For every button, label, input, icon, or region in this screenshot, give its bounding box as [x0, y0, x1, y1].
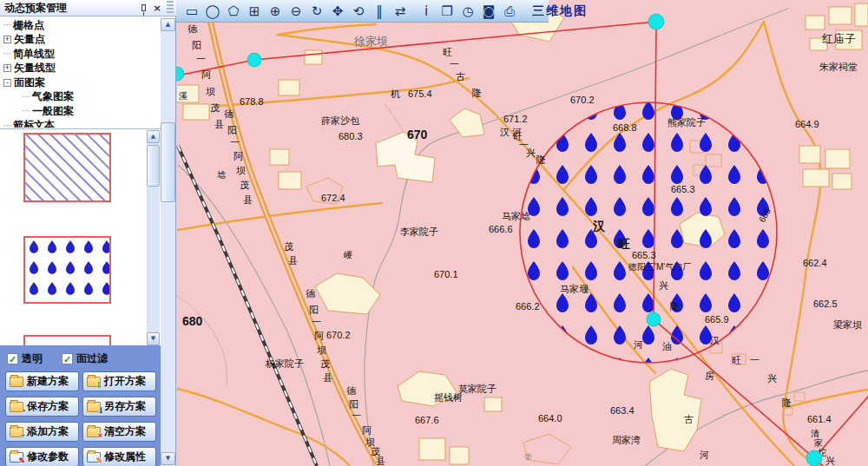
saveas-plan-button[interactable]: ℹ另存方案 — [82, 397, 156, 417]
swap-icon[interactable]: ⇄ — [390, 2, 411, 21]
tree-item[interactable]: ···箭标文本 — [0, 119, 146, 128]
map-label: 德 — [224, 108, 234, 119]
map-label: 徐家坝 — [354, 35, 388, 48]
tree-item-label: 矢量点 — [14, 32, 45, 47]
edit-params-button[interactable]: ✎修改参数 — [5, 447, 79, 466]
map-label: 隆 — [472, 88, 482, 98]
pause-icon[interactable]: ‖ — [369, 2, 390, 21]
map-label: 马家堰 — [560, 284, 589, 294]
map-label: 668.8 — [613, 122, 637, 133]
pin-icon[interactable] — [137, 2, 149, 14]
raindrop-pattern-swatch[interactable] — [23, 236, 111, 304]
map-label: 阳 — [309, 305, 319, 315]
map-label: 埝 — [217, 170, 227, 180]
grid-icon[interactable]: ⊞ — [244, 2, 265, 21]
map-label: 一 — [352, 410, 361, 421]
info-icon[interactable]: i — [416, 2, 437, 21]
badge-glyph: ▪ — [23, 406, 25, 415]
tree-item[interactable]: +矢量线型 — [0, 62, 146, 76]
button-label: 保存方案 — [27, 399, 69, 414]
badge-glyph: ✎ — [18, 456, 25, 465]
partial-swatch[interactable] — [23, 335, 111, 345]
edit-props-button[interactable]: ✎修改属性 — [82, 447, 156, 466]
tree-connector: ··· — [23, 93, 30, 102]
map-toolbar: ▭◯⬠⊞⊕⊖↻✥⟲‖⇄ i❐◷◙⎙ 三维地图 — [176, 0, 549, 23]
badge-glyph: ℹ — [100, 406, 102, 415]
map-label: 马家埝 — [502, 211, 530, 221]
scroll-down-button[interactable]: ▼ — [161, 452, 175, 465]
tree-item[interactable]: ···栅格点 — [0, 18, 146, 33]
map-label: 阳 — [192, 40, 201, 50]
map-label: 680.3 — [339, 131, 363, 141]
pan-icon[interactable]: ✥ — [327, 2, 348, 21]
map-3d-button[interactable]: 三维地图 — [525, 3, 595, 20]
add-plan-button[interactable]: +添加方案 — [5, 422, 79, 442]
new-plan-icon — [10, 377, 23, 387]
option-checkbox[interactable]: ✓透明 — [7, 351, 43, 366]
map-canvas[interactable]: 徐家坝红庙子朱家祠堂机675.4678.8薛家沙包680.3670680671.… — [176, 0, 868, 466]
plan-options-panel: ✓透明✓面过滤 新建方案⇩打开方案▪保存方案ℹ另存方案+添加方案×清空方案✎修改… — [0, 345, 161, 466]
map-label: 古 — [456, 71, 465, 82]
checkbox-label: 面过滤 — [76, 351, 108, 366]
map-label: 隆 — [536, 154, 546, 165]
diagonal-hatch-swatch[interactable] — [23, 133, 111, 202]
measure-area-icon[interactable]: ⬠ — [223, 2, 244, 21]
new-plan-button[interactable]: 新建方案 — [5, 371, 79, 391]
zoom-in-icon[interactable]: ⊕ — [265, 2, 286, 21]
checkbox-check-icon[interactable]: ✓ — [62, 353, 73, 364]
map-label: 兴 — [767, 373, 777, 384]
map-label: 664.9 — [795, 119, 819, 129]
scroll-up-button[interactable]: ▲ — [161, 18, 175, 31]
tree-item[interactable]: -面图案 — [0, 75, 146, 90]
scroll-up-button[interactable]: ▲ — [147, 130, 160, 143]
map-label: 671.2 — [503, 114, 528, 124]
panel-title: 动态预案管理 — [4, 1, 135, 16]
zoom-previous-icon[interactable]: ⟲ — [348, 2, 369, 21]
clear-plan-button[interactable]: ×清空方案 — [82, 422, 156, 442]
tree-item[interactable]: ···气象图案 — [0, 90, 146, 105]
snapshot-icon[interactable]: ◙ — [478, 2, 499, 21]
refresh-icon[interactable]: ↻ — [306, 2, 327, 21]
measure-circle-icon[interactable]: ◯ — [202, 2, 223, 21]
expander-icon[interactable]: + — [3, 36, 11, 43]
timer-icon[interactable]: ◷ — [457, 2, 478, 21]
map-label: 670.2 — [326, 330, 351, 340]
measure-distance-icon[interactable]: ▭ — [181, 2, 202, 21]
scroll-thumb[interactable] — [147, 145, 160, 187]
close-icon[interactable]: × — [151, 2, 163, 14]
map-label: 隆 — [782, 397, 792, 408]
export-icon[interactable]: ❐ — [437, 2, 457, 21]
expander-icon[interactable]: + — [3, 64, 11, 72]
tree-item[interactable]: +矢量点 — [0, 33, 146, 48]
tree-item-label: 气象图案 — [32, 89, 74, 104]
tree-item[interactable]: ···简单线型 — [0, 47, 146, 62]
print-icon[interactable]: ⎙ — [499, 2, 520, 21]
checkbox-check-icon[interactable]: ✓ — [7, 353, 18, 364]
map-label: 莫家院子 — [458, 384, 496, 394]
tree-item[interactable]: ···一般图案 — [0, 104, 146, 119]
map-label: 李家院子 — [400, 226, 438, 237]
scroll-thumb[interactable] — [161, 122, 175, 202]
scroll-down-button[interactable]: ▼ — [147, 332, 160, 345]
map-label: 坝 — [317, 345, 326, 355]
map-label: 德 — [306, 288, 316, 299]
map-label: 梁家坝 — [833, 319, 862, 330]
add-plan-icon: + — [10, 427, 23, 437]
open-plan-button[interactable]: ⇩打开方案 — [82, 371, 156, 391]
expander-icon[interactable]: - — [3, 79, 11, 87]
plan-manager-panel: 动态预案管理 × ···栅格点+矢量点···简单线型+矢量线型-面图案···气象… — [0, 0, 176, 466]
map-label: 德阳三'M'气门厂 — [628, 262, 691, 272]
map-label: 坝 — [236, 165, 246, 175]
map-label: 熊家院子 — [667, 117, 706, 128]
map-label: 兴 — [825, 456, 835, 466]
map-label: 一 — [312, 317, 321, 327]
panel-grip-icon[interactable] — [167, 1, 174, 15]
swatch-scrollbar[interactable]: ▲ ▼ — [147, 130, 160, 345]
map-label: 薛家沙包 — [321, 115, 360, 126]
map-label: 红庙子 — [822, 32, 856, 45]
save-plan-button[interactable]: ▪保存方案 — [5, 397, 79, 417]
panel-scrollbar[interactable]: ▲ ▼ — [161, 18, 175, 466]
map-label: 县 — [288, 255, 298, 266]
option-checkbox[interactable]: ✓面过滤 — [62, 351, 108, 366]
zoom-out-icon[interactable]: ⊖ — [286, 2, 306, 21]
